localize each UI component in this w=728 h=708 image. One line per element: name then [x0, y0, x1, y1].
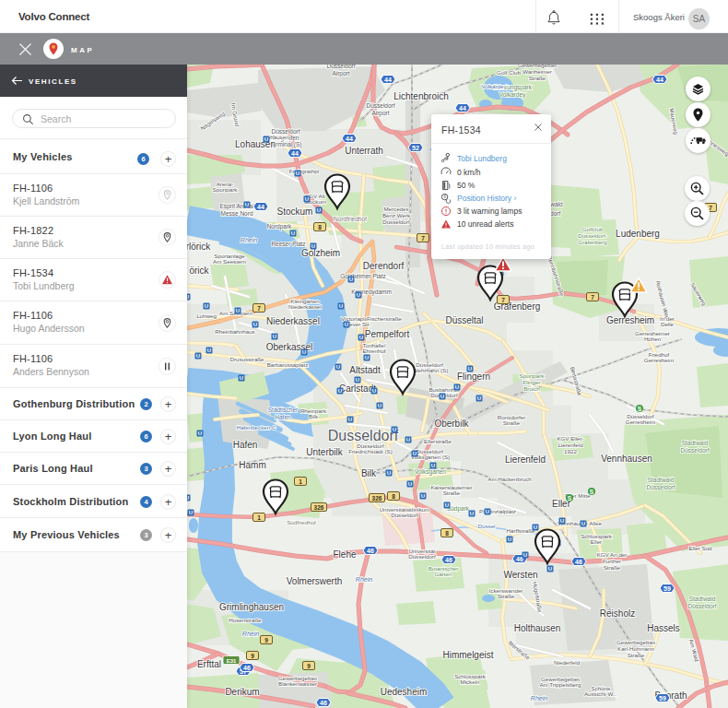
svg-text:U: U — [445, 502, 449, 508]
svg-text:326: 326 — [314, 504, 324, 511]
svg-text:U: U — [357, 292, 360, 298]
svg-text:Unterrath: Unterrath — [345, 146, 383, 156]
svg-text:U: U — [205, 303, 208, 309]
svg-text:1: 1 — [257, 514, 261, 521]
svg-text:U: U — [486, 509, 489, 514]
svg-text:U: U — [581, 521, 585, 526]
svg-text:U: U — [345, 322, 348, 327]
svg-text:Tonhalle/Ehrenhof: Tonhalle/Ehrenhof — [362, 342, 385, 355]
svg-text:Rhein: Rhein — [356, 576, 372, 583]
svg-text:6: 6 — [443, 195, 446, 199]
svg-text:U: U — [291, 230, 295, 236]
svg-text:U: U — [187, 294, 189, 300]
svg-text:U: U — [296, 171, 299, 176]
svg-text:44: 44 — [346, 136, 353, 142]
svg-text:Freiligrathpl: Freiligrathpl — [289, 168, 319, 174]
svg-text:U: U — [305, 196, 309, 202]
svg-text:46: 46 — [243, 665, 251, 671]
svg-text:Reisholz: Reisholz — [600, 608, 635, 619]
svg-text:Niederfeld: Niederfeld — [554, 659, 581, 666]
svg-text:U: U — [523, 552, 527, 558]
svg-text:U: U — [236, 308, 240, 313]
svg-text:9: 9 — [251, 653, 254, 659]
svg-text:Lierenfeld: Lierenfeld — [505, 454, 546, 465]
svg-text:Lichtenbroich: Lichtenbroich — [393, 91, 448, 101]
svg-text:StadtwaldDüsseldorf: StadtwaldDüsseldorf — [646, 477, 675, 490]
svg-text:Volmerswerth: Volmerswerth — [287, 576, 343, 586]
svg-text:U: U — [198, 431, 202, 436]
svg-text:U: U — [548, 566, 552, 572]
svg-text:Hafen: Hafen — [233, 440, 258, 450]
svg-text:Dusseldorf: Dusseldorf — [328, 428, 399, 443]
svg-text:örick: örick — [189, 266, 209, 276]
svg-text:44: 44 — [656, 77, 663, 83]
svg-text:Bilk: Bilk — [361, 468, 377, 478]
svg-text:StadtwaldDüsseldorf: StadtwaldDüsseldorf — [687, 596, 716, 608]
svg-text:Flingern: Flingern — [457, 372, 490, 382]
svg-text:Stockum: Stockum — [277, 206, 313, 217]
svg-text:Niederkassel: Niederkassel — [266, 316, 320, 326]
svg-text:Volksgarten: Volksgarten — [415, 468, 446, 476]
svg-text:Hamm: Hamm — [239, 460, 265, 470]
svg-text:59: 59 — [659, 695, 666, 702]
svg-text:7: 7 — [421, 235, 425, 242]
svg-text:8: 8 — [392, 493, 395, 500]
svg-text:7: 7 — [501, 297, 505, 303]
svg-text:GewerbegebietAm Trippelsberg: GewerbegebietAm Trippelsberg — [539, 676, 581, 689]
svg-text:Grimlinghausen: Grimlinghausen — [219, 602, 284, 612]
svg-text:U: U — [365, 355, 369, 360]
svg-text:44: 44 — [257, 204, 264, 210]
svg-text:Drususstraße: Drususstraße — [229, 356, 264, 362]
svg-text:46: 46 — [320, 700, 327, 706]
svg-text:Rheinbahnhaus: Rheinbahnhaus — [215, 328, 254, 335]
svg-text:Golzheim: Golzheim — [301, 248, 340, 258]
svg-text:326: 326 — [372, 495, 382, 502]
svg-text:U: U — [470, 511, 474, 516]
svg-text:46: 46 — [575, 559, 582, 565]
svg-text:Gerresheim: Gerresheim — [606, 315, 654, 325]
svg-text:U: U — [477, 395, 481, 401]
svg-text:U: U — [348, 417, 352, 422]
svg-text:rlörick: rlörick — [187, 242, 211, 252]
svg-text:U: U — [440, 394, 444, 399]
svg-text:U: U — [431, 463, 435, 468]
svg-text:Pempelfort: Pempelfort — [365, 329, 410, 339]
svg-text:Düssel: Düssel — [478, 523, 496, 529]
svg-text:U: U — [339, 303, 343, 309]
svg-text:U: U — [393, 427, 396, 432]
svg-text:Rhein: Rhein — [241, 237, 257, 243]
svg-text:Hassels: Hassels — [647, 623, 680, 633]
svg-text:U: U — [311, 243, 315, 249]
svg-text:U: U — [302, 349, 306, 355]
svg-text:U: U — [356, 377, 359, 383]
svg-text:U: U — [240, 375, 243, 381]
svg-text:U: U — [253, 322, 257, 327]
svg-text:Düsseldorf,Wehrhahn (S): Düsseldorf,Wehrhahn (S) — [413, 361, 448, 374]
svg-text:DüsseldorfGerresheim: DüsseldorfGerresheim — [626, 413, 655, 426]
svg-text:Nordpark: Nordpark — [267, 223, 292, 230]
svg-text:Südpark: Südpark — [447, 505, 470, 513]
svg-text:Derendorf: Derendorf — [363, 261, 405, 271]
svg-text:Rhein: Rhein — [531, 695, 547, 702]
svg-text:GewerbegebietBlankenwasser: GewerbegebietBlankenwasser — [278, 675, 317, 688]
svg-text:Volkardey: Volkardey — [481, 83, 507, 89]
svg-text:Golf Club: Golf Club — [497, 69, 521, 76]
svg-text:StadtwaldDüsseldorf: StadtwaldDüsseldorf — [680, 440, 709, 453]
svg-text:Oberbilk: Oberbilk — [434, 419, 469, 429]
svg-text:Wersten: Wersten — [503, 570, 537, 580]
svg-text:KleingärtenNiederkassel: KleingärtenNiederkassel — [288, 298, 322, 311]
svg-text:Unterbilk: Unterbilk — [306, 447, 343, 457]
svg-text:Barbarossaplatz: Barbarossaplatz — [267, 361, 309, 368]
svg-text:Eller Süd: Eller Süd — [688, 545, 712, 551]
svg-text:U: U — [378, 403, 382, 408]
svg-text:Himmelgeist: Himmelgeist — [442, 650, 493, 660]
svg-text:44: 44 — [384, 77, 392, 83]
svg-text:Rhein: Rhein — [242, 631, 259, 637]
svg-text:Carlstadt: Carlstadt — [339, 384, 376, 394]
svg-text:8: 8 — [318, 224, 322, 230]
svg-text:U: U — [508, 537, 511, 542]
svg-text:U: U — [338, 388, 342, 394]
svg-text:U: U — [349, 277, 353, 282]
svg-text:Lohweg: Lohweg — [196, 313, 217, 319]
svg-text:44: 44 — [291, 150, 299, 157]
